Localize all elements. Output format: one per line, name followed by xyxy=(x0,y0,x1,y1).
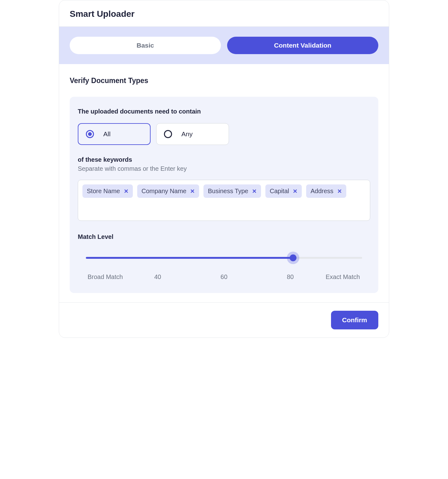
keywords-label: of these keywords xyxy=(78,156,370,163)
card-content: Verify Document Types The uploaded docum… xyxy=(59,64,389,302)
keyword-tag: Business Type ✕ xyxy=(203,184,261,198)
keywords-hint: Separate with commas or the Enter key xyxy=(78,165,370,172)
remove-tag-icon[interactable]: ✕ xyxy=(337,188,342,194)
slider-tick-40: 40 xyxy=(124,273,191,281)
card-header: Smart Uploader xyxy=(59,0,389,27)
contain-options: All Any xyxy=(78,123,370,145)
slider-tick-exact: Exact Match xyxy=(324,273,362,281)
confirm-button[interactable]: Confirm xyxy=(331,311,379,329)
match-slider[interactable] xyxy=(86,252,362,264)
option-any[interactable]: Any xyxy=(156,123,229,145)
tab-content-validation[interactable]: Content Validation xyxy=(227,37,378,54)
card-title: Smart Uploader xyxy=(70,9,378,19)
remove-tag-icon[interactable]: ✕ xyxy=(252,188,257,194)
slider-tick-80: 80 xyxy=(257,273,324,281)
slider-track-fill xyxy=(86,257,293,259)
keyword-tag: Store Name ✕ xyxy=(82,184,133,198)
match-slider-wrap: Broad Match 40 60 80 Exact Match xyxy=(78,252,370,281)
tabs-bar: Basic Content Validation xyxy=(59,27,389,64)
remove-tag-icon[interactable]: ✕ xyxy=(124,188,128,194)
keyword-tag: Address ✕ xyxy=(306,184,346,198)
slider-thumb-inner xyxy=(290,254,296,261)
validation-panel: The uploaded documents need to contain A… xyxy=(70,97,378,293)
radio-unselected-icon xyxy=(164,130,172,138)
uploader-card: Smart Uploader Basic Content Validation … xyxy=(59,0,389,338)
match-level-label: Match Level xyxy=(78,233,370,240)
option-any-label: Any xyxy=(181,130,193,138)
remove-tag-icon[interactable]: ✕ xyxy=(293,188,297,194)
slider-tick-labels: Broad Match 40 60 80 Exact Match xyxy=(86,273,362,281)
slider-tick-60: 60 xyxy=(191,273,257,281)
tab-basic[interactable]: Basic xyxy=(70,37,221,54)
keywords-input[interactable]: Store Name ✕ Company Name ✕ Business Typ… xyxy=(78,180,370,221)
section-title: Verify Document Types xyxy=(70,77,378,85)
slider-thumb[interactable] xyxy=(287,252,299,264)
keyword-tag: Capital ✕ xyxy=(265,184,302,198)
keyword-tag-label: Address xyxy=(310,188,333,195)
keyword-tag-label: Store Name xyxy=(87,188,120,195)
option-all-label: All xyxy=(103,130,110,138)
card-footer: Confirm xyxy=(59,302,389,337)
slider-tick-broad: Broad Match xyxy=(86,273,124,281)
option-all[interactable]: All xyxy=(78,123,151,145)
keyword-tag: Company Name ✕ xyxy=(137,184,199,198)
keyword-tag-label: Business Type xyxy=(208,188,248,195)
keyword-tag-label: Company Name xyxy=(142,188,187,195)
radio-selected-icon xyxy=(86,130,94,138)
contain-label: The uploaded documents need to contain xyxy=(78,108,370,115)
keyword-tag-label: Capital xyxy=(270,188,289,195)
remove-tag-icon[interactable]: ✕ xyxy=(190,188,195,194)
